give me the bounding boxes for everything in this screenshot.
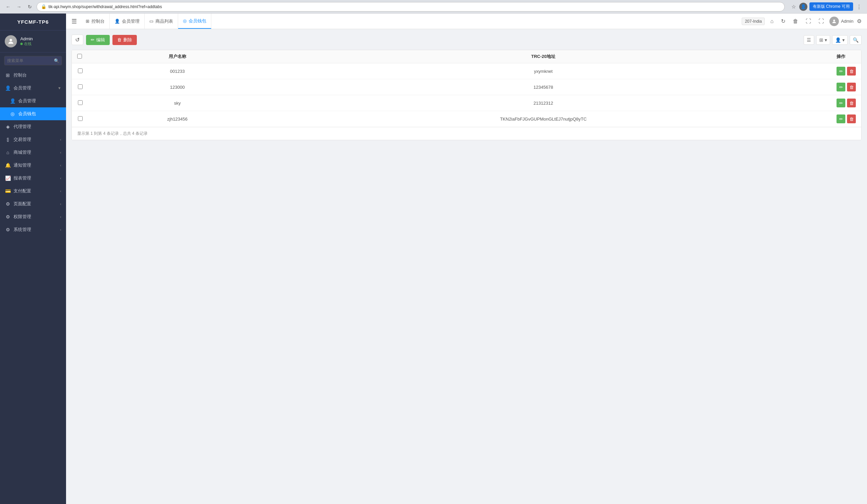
row-checkbox-cell	[72, 95, 89, 111]
row-edit-button[interactable]: ✏	[836, 115, 845, 123]
sidebar-item-label: 代理管理	[13, 124, 61, 130]
refresh-button[interactable]: ↻	[779, 17, 788, 25]
payment-icon: 💳	[5, 188, 11, 194]
nav-reload-button[interactable]: ↻	[26, 3, 34, 11]
nav-forward-button[interactable]: →	[15, 3, 23, 11]
chrome-update-button[interactable]: 有新版 Chrome 可用	[810, 2, 853, 11]
tab-label: 会员钱包	[189, 18, 206, 24]
row-username: 123000	[89, 79, 266, 95]
main-content: ↺ ✏ 编辑 🗑 删除 ☰ ⊞ ▾ 👤 ▾ 🔍	[66, 29, 867, 504]
member-tab-icon: 👤	[115, 19, 120, 24]
refresh-button[interactable]: ↺	[72, 34, 83, 45]
row-checkbox[interactable]	[78, 84, 83, 89]
search-button[interactable]: 🔍	[850, 35, 861, 45]
row-trc20: 21312312	[266, 95, 821, 111]
topnav-avatar	[829, 17, 839, 26]
select-all-checkbox[interactable]	[77, 54, 82, 58]
avatar	[5, 35, 17, 47]
sidebar-item-dashboard[interactable]: ⊞ 控制台	[0, 69, 66, 82]
member-sub-icon: 👤	[10, 98, 15, 104]
row-username: zjh123456	[89, 111, 266, 127]
expand-button[interactable]: ⛶	[804, 18, 813, 25]
row-username: sky	[89, 95, 266, 111]
sidebar-item-transaction-mgmt[interactable]: ₿ 交易管理 ‹	[0, 133, 66, 146]
browser-profile-icon[interactable]: 👤	[799, 3, 807, 11]
tab-member-mgmt[interactable]: 👤 会员管理	[110, 13, 144, 29]
sidebar-item-label: 系统管理	[13, 227, 57, 233]
row-checkbox[interactable]	[78, 100, 83, 105]
bookmark-button[interactable]: ☆	[790, 3, 797, 11]
sidebar-item-page-config[interactable]: ⚙ 页面配置 ‹	[0, 197, 66, 210]
table-row: 001233 yxymknet ✏ 🗑	[72, 63, 861, 79]
action-header: 操作	[821, 50, 861, 63]
sidebar-item-permission-mgmt[interactable]: ⚙ 权限管理 ‹	[0, 210, 66, 223]
delete-button[interactable]: 🗑 删除	[113, 35, 137, 45]
username-header: 用户名称	[89, 50, 266, 63]
username: Admin	[20, 36, 33, 41]
clear-button[interactable]: 🗑	[791, 18, 800, 25]
home-button[interactable]: ⌂	[768, 18, 775, 25]
grid-view-button[interactable]: ⊞ ▾	[816, 35, 830, 45]
sidebar-item-member-wallet[interactable]: ◎ 会员钱包	[0, 107, 66, 120]
tab-label: 控制台	[92, 18, 105, 24]
logo-text: YFCMF-TP6	[17, 19, 49, 25]
sidebar-item-shop-mgmt[interactable]: ⌂ 商城管理 ‹	[0, 146, 66, 159]
row-trc20: TKN2iaFbFJGvGUPMonGLtEJ7nutjpQ8yTC	[266, 111, 821, 127]
row-checkbox[interactable]	[78, 68, 83, 73]
user-filter-button[interactable]: 👤 ▾	[832, 35, 848, 45]
table-row: zjh123456 TKN2iaFbFJGvGUPMonGLtEJ7nutjpQ…	[72, 111, 861, 127]
row-edit-button[interactable]: ✏	[836, 83, 845, 92]
sidebar-item-notice-mgmt[interactable]: 🔔 通知管理 ‹	[0, 159, 66, 172]
sidebar-item-system-mgmt[interactable]: ⚙ 系统管理 ‹	[0, 223, 66, 236]
tab-label: 会员管理	[122, 18, 140, 24]
browser-bar: ← → ↻ 🔒 tik-api.hwym.shop/super/withdraw…	[0, 0, 867, 13]
browser-menu-button[interactable]: ⋮	[855, 3, 863, 11]
row-actions: ✏ 🗑	[821, 111, 861, 127]
tab-product-list[interactable]: ▭ 商品列表	[144, 13, 178, 29]
row-checkbox-cell	[72, 79, 89, 95]
settings-icon[interactable]: ⚙	[857, 18, 861, 24]
row-edit-button[interactable]: ✏	[836, 99, 845, 107]
sidebar-item-label: 支付配置	[13, 188, 57, 194]
sidebar-item-payment-config[interactable]: 💳 支付配置 ‹	[0, 185, 66, 197]
report-icon: 📈	[5, 175, 11, 181]
product-tab-icon: ▭	[149, 19, 153, 24]
sidebar-item-member-mgmt[interactable]: 👤 会员管理 ▼	[0, 82, 66, 95]
tab-member-wallet[interactable]: ◎ 会员钱包	[178, 13, 211, 29]
row-delete-button[interactable]: 🗑	[847, 67, 856, 76]
sidebar-menu: ⊞ 控制台 👤 会员管理 ▼ 👤 会员管理 ◎ 会员钱包 ◈ 代理管理 ₿	[0, 69, 66, 504]
sidebar-item-label: 页面配置	[13, 201, 57, 207]
member-icon: 👤	[5, 85, 11, 91]
sidebar-item-member-mgmt-sub[interactable]: 👤 会员管理	[0, 95, 66, 107]
chevron-icon: ‹	[60, 176, 61, 180]
wallet-icon: ◎	[10, 111, 15, 117]
row-username: 001233	[89, 63, 266, 79]
chevron-icon: ‹	[60, 189, 61, 193]
row-delete-button[interactable]: 🗑	[847, 115, 856, 123]
browser-actions: ☆ 👤 有新版 Chrome 可用 ⋮	[790, 2, 863, 11]
row-checkbox[interactable]	[78, 116, 83, 121]
sidebar-item-agent-mgmt[interactable]: ◈ 代理管理	[0, 120, 66, 133]
trc20-header: TRC-20地址	[266, 50, 821, 63]
menu-toggle-button[interactable]: ☰	[72, 18, 81, 25]
edit-label: 编辑	[96, 37, 105, 43]
sidebar-item-label: 会员钱包	[18, 111, 61, 117]
nav-back-button[interactable]: ←	[4, 3, 12, 11]
row-delete-button[interactable]: 🗑	[847, 99, 856, 107]
tab-dashboard[interactable]: ⊞ 控制台	[81, 13, 110, 29]
row-actions: ✏ 🗑	[821, 95, 861, 111]
dashboard-tab-icon: ⊞	[86, 19, 89, 24]
topnav-user[interactable]: Admin	[829, 17, 854, 26]
sidebar-user: Admin 在线	[0, 31, 66, 53]
column-view-button[interactable]: ☰	[804, 35, 814, 45]
search-input[interactable]	[4, 56, 62, 65]
edit-button[interactable]: ✏ 编辑	[86, 35, 110, 45]
status-text: 在线	[24, 41, 32, 46]
fullscreen-button[interactable]: ⛶	[816, 18, 826, 25]
address-bar[interactable]: 🔒 tik-api.hwym.shop/super/withdrawal_add…	[36, 2, 785, 11]
toolbar: ↺ ✏ 编辑 🗑 删除 ☰ ⊞ ▾ 👤 ▾ 🔍	[72, 34, 861, 45]
sidebar-item-report-mgmt[interactable]: 📈 报表管理 ‹	[0, 172, 66, 185]
wallet-tab-icon: ◎	[183, 18, 186, 23]
row-edit-button[interactable]: ✏	[836, 67, 845, 76]
row-delete-button[interactable]: 🗑	[847, 83, 856, 92]
